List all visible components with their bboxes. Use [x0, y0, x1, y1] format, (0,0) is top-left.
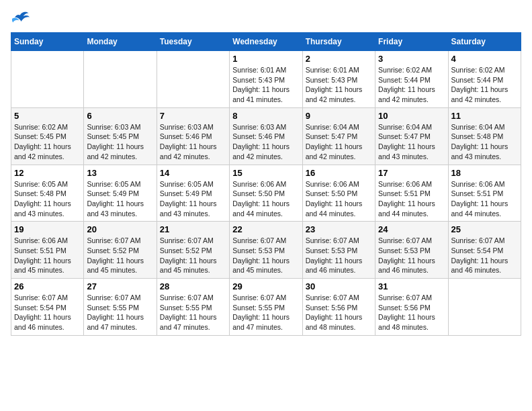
calendar-cell: 26Sunrise: 6:07 AM Sunset: 5:54 PM Dayli… [11, 279, 84, 336]
day-info: Sunrise: 6:03 AM Sunset: 5:46 PM Dayligh… [160, 122, 226, 162]
day-number: 8 [232, 111, 299, 121]
day-number: 24 [378, 224, 445, 234]
day-info: Sunrise: 6:07 AM Sunset: 5:56 PM Dayligh… [378, 293, 445, 332]
calendar-cell: 29Sunrise: 6:07 AM Sunset: 5:55 PM Dayli… [230, 279, 302, 336]
day-number: 9 [306, 111, 372, 121]
calendar-cell [157, 51, 229, 108]
day-number: 5 [14, 111, 81, 121]
calendar-cell: 11Sunrise: 6:04 AM Sunset: 5:48 PM Dayli… [448, 107, 521, 165]
calendar-cell: 18Sunrise: 6:06 AM Sunset: 5:51 PM Dayli… [448, 165, 521, 222]
day-header-tuesday: Tuesday [157, 33, 229, 51]
calendar-cell: 9Sunrise: 6:04 AM Sunset: 5:47 PM Daylig… [302, 107, 375, 165]
day-number: 1 [232, 54, 299, 64]
day-info: Sunrise: 6:01 AM Sunset: 5:43 PM Dayligh… [306, 65, 372, 105]
day-info: Sunrise: 6:04 AM Sunset: 5:48 PM Dayligh… [451, 122, 518, 162]
day-info: Sunrise: 6:05 AM Sunset: 5:48 PM Dayligh… [14, 179, 81, 219]
day-header-sunday: Sunday [11, 33, 84, 51]
calendar-cell: 31Sunrise: 6:07 AM Sunset: 5:56 PM Dayli… [375, 279, 448, 336]
calendar-cell: 15Sunrise: 6:06 AM Sunset: 5:50 PM Dayli… [230, 165, 302, 222]
day-header-saturday: Saturday [448, 33, 521, 51]
day-info: Sunrise: 6:06 AM Sunset: 5:51 PM Dayligh… [378, 179, 445, 219]
day-info: Sunrise: 6:07 AM Sunset: 5:55 PM Dayligh… [232, 293, 299, 332]
calendar-cell: 8Sunrise: 6:03 AM Sunset: 5:46 PM Daylig… [230, 107, 302, 165]
calendar-week-2: 5Sunrise: 6:02 AM Sunset: 5:45 PM Daylig… [11, 107, 521, 165]
day-number: 4 [451, 54, 518, 64]
calendar-cell: 4Sunrise: 6:02 AM Sunset: 5:44 PM Daylig… [448, 51, 521, 108]
day-number: 21 [160, 224, 226, 234]
calendar-cell: 22Sunrise: 6:07 AM Sunset: 5:53 PM Dayli… [230, 222, 302, 279]
day-info: Sunrise: 6:07 AM Sunset: 5:53 PM Dayligh… [378, 236, 445, 275]
day-header-friday: Friday [375, 33, 448, 51]
calendar-cell: 23Sunrise: 6:07 AM Sunset: 5:53 PM Dayli… [302, 222, 375, 279]
day-info: Sunrise: 6:06 AM Sunset: 5:51 PM Dayligh… [14, 236, 81, 275]
calendar-cell: 13Sunrise: 6:05 AM Sunset: 5:49 PM Dayli… [84, 165, 157, 222]
day-info: Sunrise: 6:06 AM Sunset: 5:50 PM Dayligh… [232, 179, 299, 219]
day-info: Sunrise: 6:07 AM Sunset: 5:55 PM Dayligh… [87, 293, 153, 332]
day-info: Sunrise: 6:02 AM Sunset: 5:44 PM Dayligh… [451, 65, 518, 105]
calendar-cell: 5Sunrise: 6:02 AM Sunset: 5:45 PM Daylig… [11, 107, 84, 165]
day-info: Sunrise: 6:06 AM Sunset: 5:51 PM Dayligh… [451, 179, 518, 219]
day-info: Sunrise: 6:07 AM Sunset: 5:54 PM Dayligh… [451, 236, 518, 275]
calendar-cell: 12Sunrise: 6:05 AM Sunset: 5:48 PM Dayli… [11, 165, 84, 222]
day-number: 19 [14, 224, 81, 234]
calendar-cell: 21Sunrise: 6:07 AM Sunset: 5:52 PM Dayli… [157, 222, 229, 279]
day-number: 2 [306, 54, 372, 64]
day-info: Sunrise: 6:07 AM Sunset: 5:54 PM Dayligh… [14, 293, 81, 332]
day-header-wednesday: Wednesday [230, 33, 302, 51]
day-info: Sunrise: 6:04 AM Sunset: 5:47 PM Dayligh… [306, 122, 372, 162]
day-header-monday: Monday [84, 33, 157, 51]
day-number: 7 [160, 111, 226, 121]
calendar-cell: 3Sunrise: 6:02 AM Sunset: 5:44 PM Daylig… [375, 51, 448, 108]
logo [11, 11, 32, 27]
calendar-table: SundayMondayTuesdayWednesdayThursdayFrid… [11, 32, 521, 336]
day-info: Sunrise: 6:02 AM Sunset: 5:44 PM Dayligh… [378, 65, 445, 105]
day-info: Sunrise: 6:07 AM Sunset: 5:53 PM Dayligh… [306, 236, 372, 275]
day-info: Sunrise: 6:06 AM Sunset: 5:50 PM Dayligh… [306, 179, 372, 219]
day-number: 26 [14, 281, 81, 291]
calendar-week-3: 12Sunrise: 6:05 AM Sunset: 5:48 PM Dayli… [11, 165, 521, 222]
calendar-cell: 2Sunrise: 6:01 AM Sunset: 5:43 PM Daylig… [302, 51, 375, 108]
day-number: 29 [232, 281, 299, 291]
day-info: Sunrise: 6:03 AM Sunset: 5:45 PM Dayligh… [87, 122, 153, 162]
day-number: 30 [306, 281, 372, 291]
day-info: Sunrise: 6:07 AM Sunset: 5:53 PM Dayligh… [232, 236, 299, 275]
calendar-cell: 6Sunrise: 6:03 AM Sunset: 5:45 PM Daylig… [84, 107, 157, 165]
day-info: Sunrise: 6:03 AM Sunset: 5:46 PM Dayligh… [232, 122, 299, 162]
day-info: Sunrise: 6:04 AM Sunset: 5:47 PM Dayligh… [378, 122, 445, 162]
calendar-cell [84, 51, 157, 108]
day-number: 18 [451, 168, 518, 178]
calendar-cell: 28Sunrise: 6:07 AM Sunset: 5:55 PM Dayli… [157, 279, 229, 336]
day-number: 13 [87, 168, 153, 178]
day-info: Sunrise: 6:05 AM Sunset: 5:49 PM Dayligh… [87, 179, 153, 219]
page-header [11, 11, 521, 27]
calendar-cell: 24Sunrise: 6:07 AM Sunset: 5:53 PM Dayli… [375, 222, 448, 279]
day-number: 15 [232, 168, 299, 178]
day-number: 22 [232, 224, 299, 234]
day-info: Sunrise: 6:07 AM Sunset: 5:55 PM Dayligh… [160, 293, 226, 332]
day-number: 16 [306, 168, 372, 178]
day-number: 27 [87, 281, 153, 291]
calendar-cell: 10Sunrise: 6:04 AM Sunset: 5:47 PM Dayli… [375, 107, 448, 165]
calendar-cell: 7Sunrise: 6:03 AM Sunset: 5:46 PM Daylig… [157, 107, 229, 165]
day-info: Sunrise: 6:07 AM Sunset: 5:52 PM Dayligh… [160, 236, 226, 275]
calendar-cell [448, 279, 521, 336]
calendar-cell: 16Sunrise: 6:06 AM Sunset: 5:50 PM Dayli… [302, 165, 375, 222]
day-number: 10 [378, 111, 445, 121]
calendar-week-1: 1Sunrise: 6:01 AM Sunset: 5:43 PM Daylig… [11, 51, 521, 108]
day-number: 17 [378, 168, 445, 178]
calendar-cell: 30Sunrise: 6:07 AM Sunset: 5:56 PM Dayli… [302, 279, 375, 336]
calendar-cell: 20Sunrise: 6:07 AM Sunset: 5:52 PM Dayli… [84, 222, 157, 279]
day-number: 6 [87, 111, 153, 121]
day-number: 11 [451, 111, 518, 121]
day-header-thursday: Thursday [302, 33, 375, 51]
logo-bird-icon [11, 11, 30, 27]
day-info: Sunrise: 6:05 AM Sunset: 5:49 PM Dayligh… [160, 179, 226, 219]
day-number: 14 [160, 168, 226, 178]
day-number: 25 [451, 224, 518, 234]
calendar-cell [11, 51, 84, 108]
day-info: Sunrise: 6:01 AM Sunset: 5:43 PM Dayligh… [232, 65, 299, 105]
calendar-cell: 17Sunrise: 6:06 AM Sunset: 5:51 PM Dayli… [375, 165, 448, 222]
day-number: 28 [160, 281, 226, 291]
day-number: 31 [378, 281, 445, 291]
calendar-week-5: 26Sunrise: 6:07 AM Sunset: 5:54 PM Dayli… [11, 279, 521, 336]
